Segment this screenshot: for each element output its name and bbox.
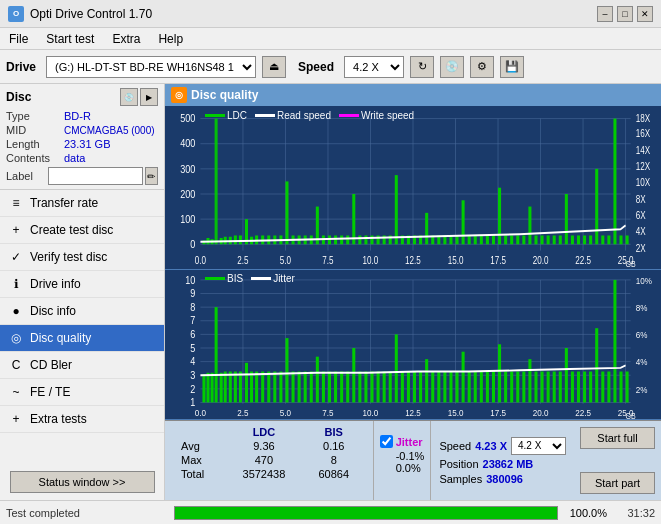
svg-rect-169 [220,373,223,403]
refresh-button[interactable]: ↻ [410,56,434,78]
sidebar-item-disc-quality[interactable]: ◎ Disc quality [0,325,164,352]
maximize-button[interactable]: □ [617,6,633,22]
samples-value: 380096 [486,473,523,485]
svg-rect-227 [565,348,568,402]
col-ldc: LDC [225,425,303,439]
svg-rect-83 [425,213,428,244]
speed-row: Speed 4.23 X 4.2 X Max [439,437,566,455]
svg-rect-231 [589,372,592,403]
svg-rect-113 [607,235,610,244]
read-speed-label: Read speed [277,110,331,121]
menu-file[interactable]: File [6,31,31,47]
svg-text:4%: 4% [636,357,648,368]
svg-rect-47 [215,119,218,245]
disc-icon1[interactable]: 💿 [120,88,138,106]
status-window-button[interactable]: Status window >> [10,471,155,493]
type-label: Type [6,110,64,122]
cd-bler-label: CD Bler [30,358,72,372]
close-button[interactable]: ✕ [637,6,653,22]
svg-rect-168 [215,308,218,403]
svg-rect-90 [468,235,471,244]
footer: Test completed 100.0% 31:32 [0,500,661,524]
start-full-button[interactable]: Start full [580,427,655,449]
mid-value: CMCMAGBA5 (000) [64,125,155,136]
svg-rect-209 [456,372,459,403]
avg-bis-value: 0.16 [303,439,365,453]
sidebar-item-create-test-disc[interactable]: + Create test disc [0,217,164,244]
label-edit-button[interactable]: ✏ [145,167,158,185]
label-input[interactable] [48,167,143,185]
svg-rect-89 [462,200,465,244]
save-button[interactable]: 💾 [500,56,524,78]
sidebar-item-disc-info[interactable]: ● Disc info [0,298,164,325]
sidebar-item-verify-test-disc[interactable]: ✓ Verify test disc [0,244,164,271]
disc-button[interactable]: 💿 [440,56,464,78]
speed-text-label: Speed [439,440,471,452]
svg-rect-235 [613,280,616,403]
drive-info-icon: ℹ [8,276,24,292]
svg-rect-104 [553,235,556,244]
svg-rect-198 [389,372,392,403]
svg-rect-200 [401,372,404,403]
footer-status: Test completed [6,507,166,519]
svg-rect-109 [583,235,586,244]
menu-bar: File Start test Extra Help [0,28,661,50]
contents-value: data [64,152,85,164]
svg-rect-204 [425,360,428,403]
sidebar-item-cd-bler[interactable]: C CD Bler [0,352,164,379]
sidebar-item-drive-info[interactable]: ℹ Drive info [0,271,164,298]
svg-text:5.0: 5.0 [280,408,291,419]
svg-text:20.0: 20.0 [533,256,549,267]
svg-rect-69 [340,235,343,244]
stats-table: LDC BIS Avg 9.36 0.16 Max 470 8 Total [165,421,373,500]
menu-start-test[interactable]: Start test [43,31,97,47]
svg-rect-74 [370,235,373,244]
svg-rect-78 [395,175,398,244]
svg-text:15.0: 15.0 [448,256,464,267]
svg-rect-219 [516,372,519,403]
svg-rect-221 [528,360,531,403]
bis-label: BIS [227,273,243,284]
svg-text:12.5: 12.5 [405,408,421,419]
svg-rect-179 [273,372,276,403]
svg-text:200: 200 [180,188,195,200]
svg-text:16X: 16X [636,129,650,140]
svg-text:7.5: 7.5 [322,408,333,419]
sidebar-item-fe-te[interactable]: ~ FE / TE [0,379,164,406]
drive-label: Drive [6,60,36,74]
svg-text:0.0: 0.0 [195,408,206,419]
svg-text:2X: 2X [636,243,646,254]
speed-select[interactable]: 4.2 X Max 2.0 X [344,56,404,78]
ldc-label: LDC [227,110,247,121]
svg-rect-234 [607,372,610,403]
disc-icon2[interactable]: ▶ [140,88,158,106]
jitter-checkbox[interactable] [380,435,393,448]
svg-rect-185 [310,372,313,403]
svg-rect-98 [516,235,519,244]
svg-rect-203 [419,372,422,403]
svg-text:12.5: 12.5 [405,256,421,267]
start-part-button[interactable]: Start part [580,472,655,494]
eject-button[interactable]: ⏏ [262,56,286,78]
svg-rect-101 [534,235,537,244]
app-title: Opti Drive Control 1.70 [30,7,152,21]
extra-tests-icon: + [8,411,24,427]
legend-bis: BIS [205,273,243,284]
sidebar-item-extra-tests[interactable]: + Extra tests [0,406,164,433]
drive-select[interactable]: (G:) HL-DT-ST BD-RE WH16NS48 1.D3 [46,56,256,78]
minimize-button[interactable]: – [597,6,613,22]
svg-rect-91 [474,235,477,244]
svg-rect-100 [528,207,531,245]
svg-text:8%: 8% [636,303,648,314]
svg-rect-186 [316,357,319,403]
svg-rect-115 [619,235,622,244]
svg-rect-228 [571,372,574,403]
footer-progress-bar [174,506,558,520]
menu-extra[interactable]: Extra [109,31,143,47]
menu-help[interactable]: Help [155,31,186,47]
settings-button[interactable]: ⚙ [470,56,494,78]
speed-selector[interactable]: 4.2 X Max [511,437,566,455]
label-label: Label [6,170,48,182]
sidebar-item-transfer-rate[interactable]: ≡ Transfer rate [0,190,164,217]
svg-rect-166 [207,373,210,403]
